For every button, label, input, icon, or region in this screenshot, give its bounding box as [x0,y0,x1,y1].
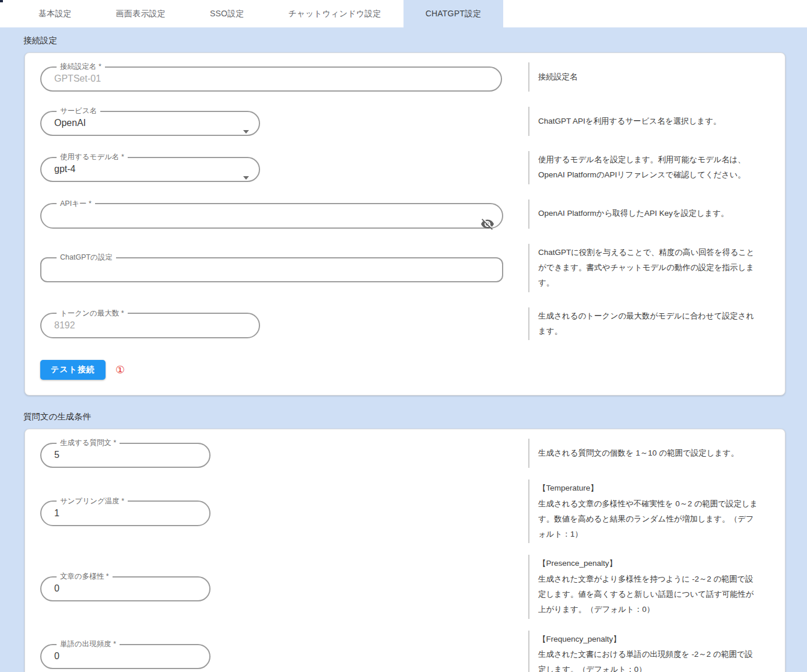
toggle-api-key-visibility-button[interactable] [479,215,496,233]
presence-penalty-description: 【Presence_penalty】 生成された文章がより多様性を持つように -… [528,555,785,618]
form-row-presence-penalty: 文章の多様性 * 【Presence_penalty】 生成された文章がより多様… [40,555,785,618]
form-row-api-key: APIキー * OpenAI Platformから取得したAPI Keyを設定し… [40,200,785,229]
caret-down-icon [243,130,249,134]
test-connection-button[interactable]: テスト接続 [40,360,106,380]
tab-chat-window-settings[interactable]: チャットウィンドウ設定 [266,0,404,27]
presence-penalty-input[interactable] [54,583,178,594]
generation-conditions-card: 生成する質問文 * 生成される質問文の個数を 1～10 の範囲で設定します。 サ… [24,429,785,672]
question-count-description: 生成される質問文の個数を 1～10 の範囲で設定します。 [528,439,785,468]
form-row-question-count: 生成する質問文 * 生成される質問文の個数を 1～10 の範囲で設定します。 [40,439,785,468]
connection-settings-card: 接続設定名 * 接続設定名 サービス名 OpenAI ChatGPT APIを利… [24,52,785,396]
temperature-label: サンプリング温度 * [60,497,124,505]
chatgpt-config-label: ChatGPTの設定 [60,253,113,261]
max-tokens-input[interactable] [54,320,227,331]
screen-corner-artifact [0,0,3,2]
chatgpt-settings-page: 基本設定 画面表示設定 SSO設定 チャットウィンドウ設定 CHATGPT設定 … [0,0,807,672]
connection-name-description: 接続設定名 [528,62,785,92]
temperature-field: サンプリング温度 * [40,497,210,526]
api-key-field: APIキー * [40,200,503,229]
temperature-input[interactable] [54,508,178,519]
tab-display-settings[interactable]: 画面表示設定 [94,0,188,27]
test-connection-row: テスト接続 ① [40,360,785,380]
temperature-description: 【Temperature】 生成される文章の多様性や不確実性を 0～2 の範囲で… [528,480,785,543]
service-name-description: ChatGPT APIを利用するサービス名を選択します。 [528,107,785,136]
frequency-penalty-description: 【Frequency_penalty】 生成された文書における単語の出現頻度を … [528,631,785,672]
visibility-off-icon [480,217,494,231]
chatgpt-config-input[interactable] [54,264,471,275]
question-count-input[interactable] [54,450,178,460]
form-row-service-name: サービス名 OpenAI ChatGPT APIを利用するサービス名を選択します… [40,107,785,136]
service-name-select[interactable]: サービス名 OpenAI [40,107,260,136]
max-tokens-description: 生成されるのトークンの最大数がモデルに合わせて設定されます。 [528,307,785,341]
presence-penalty-field: 文章の多様性 * [40,572,210,601]
model-name-select[interactable]: 使用するモデル名 * gpt-4 [40,153,260,182]
tab-basic-settings[interactable]: 基本設定 [16,0,94,27]
form-row-max-tokens: トークンの最大数 * 生成されるのトークンの最大数がモデルに合わせて設定されます… [40,307,785,341]
chatgpt-config-field: ChatGPTの設定 [40,253,503,282]
form-row-chatgpt-config: ChatGPTの設定 ChatGPTに役割を与えることで、精度の高い回答を得るこ… [40,244,785,292]
tab-chatgpt-settings[interactable]: CHATGPT設定 [404,0,504,27]
connection-section-title: 接続設定 [0,27,807,52]
api-key-description: OpenAI Platformから取得したAPI Keyを設定します。 [528,200,785,229]
connection-name-field: 接続設定名 * [40,62,502,92]
settings-tabbar: 基本設定 画面表示設定 SSO設定 チャットウィンドウ設定 CHATGPT設定 [0,0,807,27]
tab-sso-settings[interactable]: SSO設定 [188,0,266,27]
connection-name-label: 接続設定名 * [60,62,101,71]
api-key-input[interactable] [54,211,471,221]
model-name-description: 使用するモデル名を設定します。利用可能なモデル名は、OpenAI Platfor… [528,151,785,184]
service-name-label: サービス名 [60,107,97,115]
form-row-temperature: サンプリング温度 * 【Temperature】 生成される文章の多様性や不確実… [40,480,785,543]
caret-down-icon [243,176,249,180]
model-name-value[interactable]: gpt-4 [54,164,250,174]
question-count-field: 生成する質問文 * [40,439,210,468]
max-tokens-field: トークンの最大数 * [40,309,260,338]
form-row-frequency-penalty: 単語の出現頻度 * 【Frequency_penalty】 生成された文書におけ… [40,631,785,672]
form-row-model-name: 使用するモデル名 * gpt-4 使用するモデル名を設定します。利用可能なモデル… [40,151,785,184]
annotation-circled-one: ① [115,365,125,375]
max-tokens-label: トークンの最大数 * [60,309,124,317]
generation-section-title: 質問文の生成条件 [0,396,807,429]
chatgpt-config-description: ChatGPTに役割を与えることで、精度の高い回答を得ることができます。書式やチ… [528,244,785,292]
presence-penalty-label: 文章の多様性 * [60,572,109,580]
frequency-penalty-field: 単語の出現頻度 * [40,640,210,669]
form-row-connection-name: 接続設定名 * 接続設定名 [40,62,785,92]
question-count-label: 生成する質問文 * [60,439,116,447]
connection-name-input[interactable] [54,74,469,84]
model-name-label: 使用するモデル名 * [60,153,124,161]
service-name-value[interactable]: OpenAI [54,118,250,128]
frequency-penalty-input[interactable] [54,651,178,662]
api-key-label: APIキー * [60,200,92,208]
frequency-penalty-label: 単語の出現頻度 * [60,640,116,648]
